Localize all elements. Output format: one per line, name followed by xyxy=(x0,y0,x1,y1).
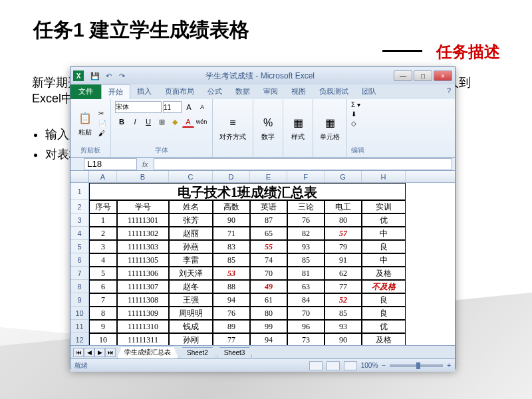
format-painter-icon[interactable]: 🖌 xyxy=(98,130,106,137)
table-cell[interactable]: 73 xyxy=(287,333,325,345)
table-cell[interactable]: 80 xyxy=(250,307,287,320)
table-cell[interactable]: 中 xyxy=(362,227,406,240)
name-box[interactable] xyxy=(84,158,137,170)
table-cell[interactable]: 11111309 xyxy=(117,307,169,320)
table-cell[interactable]: 94 xyxy=(213,293,250,307)
table-header-cell[interactable]: 英语 xyxy=(250,200,287,213)
sheet-tab[interactable]: Sheet2 xyxy=(180,347,215,358)
sheet-tab[interactable]: Sheet3 xyxy=(217,347,253,358)
col-header[interactable]: A xyxy=(89,171,117,182)
table-cell[interactable]: 8 xyxy=(89,307,117,320)
row-header[interactable]: 4 xyxy=(70,227,89,240)
file-tab[interactable]: 文件 xyxy=(70,84,101,99)
table-cell[interactable]: 优 xyxy=(362,320,406,333)
table-cell[interactable]: 94 xyxy=(250,333,287,345)
table-cell[interactable]: 83 xyxy=(213,240,250,253)
italic-button[interactable]: I xyxy=(129,116,141,128)
clear-icon[interactable]: ◇ xyxy=(351,120,356,127)
table-cell[interactable]: 85 xyxy=(325,307,362,320)
styles-button[interactable]: ▦样式 xyxy=(287,114,309,143)
table-cell[interactable]: 及格 xyxy=(362,267,406,280)
tab-formulas[interactable]: 公式 xyxy=(201,84,229,99)
undo-icon[interactable]: ↶ xyxy=(104,71,113,80)
table-cell[interactable]: 90 xyxy=(325,333,362,345)
sheet-nav-next-icon[interactable]: ▶ xyxy=(94,348,105,357)
table-cell[interactable]: 55 xyxy=(250,240,287,253)
border-button[interactable]: ⊞ xyxy=(156,116,168,128)
table-cell[interactable]: 孙燕 xyxy=(169,240,213,253)
table-cell[interactable]: 及格 xyxy=(362,333,406,345)
table-cell[interactable]: 80 xyxy=(325,213,362,227)
table-cell[interactable]: 79 xyxy=(325,240,362,253)
table-cell[interactable]: 优 xyxy=(362,213,406,227)
table-cell[interactable]: 62 xyxy=(325,267,362,280)
table-header-cell[interactable]: 序号 xyxy=(89,200,117,213)
row-header[interactable]: 2 xyxy=(70,200,89,213)
col-header[interactable]: G xyxy=(325,171,362,182)
font-size-input[interactable] xyxy=(163,101,182,113)
table-cell[interactable]: 10 xyxy=(89,333,117,345)
row-header[interactable]: 3 xyxy=(70,213,89,227)
table-cell[interactable]: 11111301 xyxy=(117,213,169,227)
tab-insert[interactable]: 插入 xyxy=(130,84,158,99)
col-header[interactable]: B xyxy=(117,171,169,182)
table-cell[interactable]: 11111310 xyxy=(117,320,169,333)
table-header-cell[interactable]: 三论 xyxy=(287,200,325,213)
titlebar[interactable]: X 💾 ↶ ↷ 学生考试成绩 - Microsoft Excel — □ × xyxy=(70,67,455,84)
grow-font-icon[interactable]: A xyxy=(183,101,195,113)
fill-color-button[interactable]: ◆ xyxy=(169,116,181,128)
table-cell[interactable]: 11111308 xyxy=(117,293,169,307)
table-cell[interactable]: 3 xyxy=(89,240,117,253)
table-header-cell[interactable]: 实训 xyxy=(362,200,406,213)
table-cell[interactable]: 99 xyxy=(250,320,287,333)
col-header[interactable]: F xyxy=(287,171,325,182)
table-cell[interactable]: 11111303 xyxy=(117,240,169,253)
table-cell[interactable]: 93 xyxy=(325,320,362,333)
table-cell[interactable]: 87 xyxy=(250,213,287,227)
row-header[interactable]: 6 xyxy=(70,253,89,267)
table-cell[interactable]: 7 xyxy=(89,293,117,307)
col-header[interactable]: C xyxy=(169,171,213,182)
row-header[interactable]: 12 xyxy=(70,333,89,345)
table-cell[interactable]: 76 xyxy=(213,307,250,320)
table-cell[interactable]: 9 xyxy=(89,320,117,333)
table-cell[interactable]: 赵冬 xyxy=(169,280,213,293)
spreadsheet-grid[interactable]: A B C D E F G H 1 2 3 4 5 6 7 8 9 10 11 … xyxy=(70,171,455,345)
select-all-corner[interactable] xyxy=(70,171,89,182)
table-cell[interactable]: 85 xyxy=(287,253,325,267)
bold-button[interactable]: B xyxy=(116,116,128,128)
table-cell[interactable]: 89 xyxy=(213,320,250,333)
tab-review[interactable]: 审阅 xyxy=(257,84,285,99)
table-cell[interactable]: 李雷 xyxy=(169,253,213,267)
table-cell[interactable]: 张芳 xyxy=(169,213,213,227)
table-cell[interactable]: 不及格 xyxy=(362,280,406,293)
zoom-level[interactable]: 100% xyxy=(361,362,378,369)
tab-loadtest[interactable]: 负载测试 xyxy=(313,84,355,99)
table-cell[interactable]: 良 xyxy=(362,240,406,253)
table-cell[interactable]: 11111305 xyxy=(117,253,169,267)
redo-icon[interactable]: ↷ xyxy=(117,71,126,80)
app-icon[interactable]: X xyxy=(73,70,84,81)
table-cell[interactable]: 刘天泽 xyxy=(169,267,213,280)
table-cell[interactable]: 88 xyxy=(213,280,250,293)
table-cell[interactable]: 85 xyxy=(213,253,250,267)
row-header[interactable]: 8 xyxy=(70,280,89,293)
table-title-cell[interactable]: 电子技术1班成绩汇总表 xyxy=(89,183,406,200)
tab-layout[interactable]: 页面布局 xyxy=(158,84,201,99)
table-header-cell[interactable]: 电工 xyxy=(325,200,362,213)
table-cell[interactable]: 93 xyxy=(287,240,325,253)
table-cell[interactable]: 53 xyxy=(213,267,250,280)
number-button[interactable]: %数字 xyxy=(257,114,279,143)
table-cell[interactable]: 赵丽 xyxy=(169,227,213,240)
autosum-icon[interactable]: Σ ▾ xyxy=(351,101,360,108)
row-header[interactable]: 7 xyxy=(70,267,89,280)
table-cell[interactable]: 76 xyxy=(287,213,325,227)
zoom-out-button[interactable]: − xyxy=(382,362,386,369)
table-header-cell[interactable]: 学号 xyxy=(117,200,169,213)
row-header[interactable]: 10 xyxy=(70,307,89,320)
paste-button[interactable]: 📋 粘贴 xyxy=(74,109,96,138)
sheet-nav-first-icon[interactable]: ⏮ xyxy=(73,348,84,357)
table-cell[interactable]: 49 xyxy=(250,280,287,293)
table-cell[interactable]: 11111307 xyxy=(117,280,169,293)
table-cell[interactable]: 70 xyxy=(250,267,287,280)
